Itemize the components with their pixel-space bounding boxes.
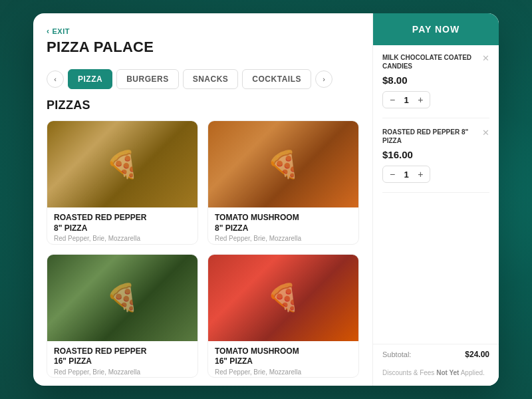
pizza-name-4: TOMATO MUSHROOM 16" PIZZA — [215, 346, 352, 367]
pizza-ingredients-3: Red Pepper, Brie, Mozzarella — [54, 368, 191, 376]
pizza-grid: 🍕 ROASTED RED PEPPER 8" PIZZA Red Pepper… — [47, 120, 359, 386]
pizza-emoji-3: 🍕 — [47, 255, 198, 341]
restaurant-title: PIZZA PALACE — [47, 39, 154, 56]
cart-item-1-name: MILK CHOCOLATE COATED CANDIES — [382, 53, 482, 70]
pizza-image-3: 🍕 — [47, 255, 198, 341]
cart-item-2-qty-decrease[interactable]: − — [388, 169, 396, 180]
cart-item-1-qty-increase[interactable]: + — [416, 94, 424, 105]
tab-pizza[interactable]: PIZZA — [68, 69, 112, 89]
pizza-emoji-4: 🍕 — [208, 255, 358, 341]
pay-now-button[interactable]: PAY NOW — [373, 13, 499, 45]
tab-burgers[interactable]: BURGERS — [116, 69, 179, 89]
pizza-ingredients-4: Red Pepper, Brie, Mozzarella — [215, 368, 352, 376]
exit-chevron-icon: ‹ — [47, 27, 50, 36]
cart-item-2-name: ROASTED RED PEPPER 8" PIZZA — [382, 128, 482, 145]
cart-panel: PAY NOW MILK CHOCOLATE COATED CANDIES ✕ … — [372, 13, 499, 386]
cart-item-1-price: $8.00 — [382, 74, 489, 86]
pizza-card-3[interactable]: 🍕 ROASTED RED PEPPER 16" PIZZA Red Peppe… — [47, 254, 198, 378]
cart-items-list: MILK CHOCOLATE COATED CANDIES ✕ $8.00 − … — [373, 45, 499, 344]
pizza-info-1: ROASTED RED PEPPER 8" PIZZA Red Pepper, … — [47, 207, 198, 245]
cart-item-2-header: ROASTED RED PEPPER 8" PIZZA ✕ — [382, 128, 489, 145]
cart-item-2: ROASTED RED PEPPER 8" PIZZA ✕ $16.00 − 1… — [382, 128, 489, 193]
pizza-card-4[interactable]: 🍕 TOMATO MUSHROOM 16" PIZZA Red Pepper, … — [207, 254, 359, 378]
pizza-name-1: ROASTED RED PEPPER 8" PIZZA — [54, 213, 191, 233]
cart-item-1-header: MILK CHOCOLATE COATED CANDIES ✕ — [382, 53, 489, 70]
tab-snacks[interactable]: SNACKS — [183, 69, 239, 89]
cart-item-2-price: $16.00 — [382, 149, 489, 160]
pizza-name-3: ROASTED RED PEPPER 16" PIZZA — [54, 346, 191, 367]
tab-cocktails[interactable]: COCKTAILS — [242, 69, 311, 89]
exit-link[interactable]: ‹ EXIT — [47, 27, 154, 36]
cart-item-2-qty-control: − 1 + — [382, 166, 430, 183]
cart-item-1-qty-control: − 1 + — [382, 91, 430, 108]
pizza-card-2[interactable]: 🍕 TOMATO MUSHROOM 8" PIZZA Red Pepper, B… — [207, 120, 359, 245]
cart-item-2-qty-value: 1 — [402, 170, 411, 180]
discount-note: Discounts & Fees Not Yet Applied. — [373, 364, 499, 386]
tabs-container: ‹ PIZZA BURGERS SNACKS COCKTAILS › — [47, 69, 359, 89]
cart-item-1-remove[interactable]: ✕ — [482, 53, 489, 63]
section-title: PIZZAS — [47, 98, 359, 112]
pizza-emoji-2: 🍕 — [208, 121, 358, 207]
tab-next-button[interactable]: › — [315, 70, 332, 88]
pizza-ingredients-2: Red Pepper, Brie, Mozzarella — [215, 235, 352, 242]
header-row: ‹ EXIT PIZZA PALACE — [47, 27, 359, 56]
modal-inner: ‹ EXIT PIZZA PALACE ‹ PIZZA BURGERS SNAC… — [33, 13, 499, 386]
left-panel: ‹ EXIT PIZZA PALACE ‹ PIZZA BURGERS SNAC… — [33, 13, 372, 386]
pizza-card-1[interactable]: 🍕 ROASTED RED PEPPER 8" PIZZA Red Pepper… — [47, 120, 198, 245]
subtotal-value: $24.00 — [465, 350, 489, 359]
subtotal-label: Subtotal: — [382, 350, 411, 358]
pizza-ingredients-1: Red Pepper, Brie, Mozzarella — [54, 235, 191, 242]
pizza-info-4: TOMATO MUSHROOM 16" PIZZA Red Pepper, Br… — [208, 341, 358, 378]
tab-prev-button[interactable]: ‹ — [47, 70, 64, 88]
pizza-info-3: ROASTED RED PEPPER 16" PIZZA Red Pepper,… — [47, 341, 198, 378]
cart-item-2-remove[interactable]: ✕ — [482, 128, 489, 138]
subtotal-row: Subtotal: $24.00 — [373, 344, 499, 364]
cart-item-1: MILK CHOCOLATE COATED CANDIES ✕ $8.00 − … — [382, 53, 489, 118]
cart-item-1-qty-decrease[interactable]: − — [388, 94, 396, 105]
pizza-image-2: 🍕 — [208, 121, 358, 207]
pizza-image-1: 🍕 — [47, 121, 198, 207]
modal-container: ‹ EXIT PIZZA PALACE ‹ PIZZA BURGERS SNAC… — [33, 13, 499, 386]
pizza-info-2: TOMATO MUSHROOM 8" PIZZA Red Pepper, Bri… — [208, 207, 358, 245]
cart-item-2-qty-increase[interactable]: + — [416, 169, 424, 180]
pizza-name-2: TOMATO MUSHROOM 8" PIZZA — [215, 213, 352, 233]
cart-item-1-qty-value: 1 — [402, 95, 411, 105]
pizza-emoji-1: 🍕 — [47, 121, 198, 207]
exit-label: EXIT — [53, 27, 70, 35]
pizza-image-4: 🍕 — [208, 255, 358, 341]
